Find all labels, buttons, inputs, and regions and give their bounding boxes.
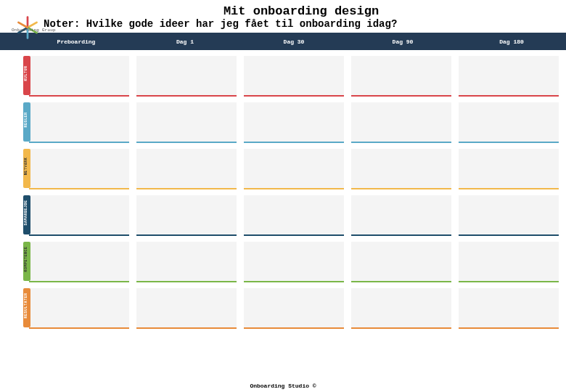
brand-text: Onboarding Group (12, 28, 56, 33)
matrix-cell[interactable] (244, 195, 344, 236)
matrix-cell[interactable] (29, 102, 129, 143)
matrix-cell[interactable] (244, 102, 344, 143)
matrix-cell[interactable] (244, 242, 344, 282)
day-header: Dag 1 (131, 38, 239, 45)
matrix-cell[interactable] (351, 195, 451, 236)
matrix-cell[interactable] (351, 288, 451, 329)
matrix-cell[interactable] (351, 56, 451, 97)
matrix-cell[interactable] (136, 102, 237, 143)
day-header: Dag 90 (348, 38, 457, 45)
matrix-cell[interactable] (459, 242, 559, 282)
matrix-cell[interactable] (136, 288, 237, 329)
header: Mit onboarding design Noter: Hvilke gode… (0, 0, 566, 33)
row-label: RESULTATER (24, 284, 28, 327)
matrix-cell[interactable] (459, 195, 559, 236)
page-title: Mit onboarding design (44, 4, 559, 18)
matrix-cell[interactable] (29, 149, 129, 189)
matrix-row: SAMARBEJDE (22, 189, 566, 236)
matrix-grid: KULTUR REGLER NETVÆRK SAMARBEJDE KOMPETE… (0, 50, 566, 329)
footer-text: Onboarding Studio © (0, 383, 566, 389)
matrix-row: NETVÆRK (22, 143, 566, 189)
matrix-cell[interactable] (244, 288, 344, 329)
matrix-row: KULTUR (22, 50, 566, 97)
day-header-row: Preboarding Dag 1 Dag 30 Dag 90 Dag 180 (0, 33, 566, 50)
matrix-cell[interactable] (459, 288, 559, 329)
row-label: KOMPETENCE (24, 237, 28, 281)
matrix-cell[interactable] (29, 195, 129, 236)
row-label: REGLER (24, 98, 28, 142)
matrix-cell[interactable] (351, 149, 451, 189)
day-header: Dag 30 (239, 38, 348, 45)
matrix-cell[interactable] (29, 288, 129, 329)
matrix-cell[interactable] (136, 149, 237, 189)
matrix-row: RESULTATER (22, 282, 566, 329)
matrix-cell[interactable] (459, 102, 559, 143)
matrix-cell[interactable] (459, 149, 559, 189)
matrix-cell[interactable] (244, 149, 344, 189)
matrix-cell[interactable] (29, 56, 129, 97)
matrix-cell[interactable] (351, 102, 451, 143)
row-label: KULTUR (24, 52, 28, 95)
day-header: Dag 180 (457, 38, 566, 45)
svg-line-5 (18, 23, 28, 28)
matrix-cell[interactable] (351, 242, 451, 282)
matrix-cell[interactable] (136, 195, 237, 236)
row-label: SAMARBEJDE (24, 191, 28, 234)
matrix-row: KOMPETENCE (22, 236, 566, 282)
matrix-cell[interactable] (244, 56, 344, 97)
matrix-cell[interactable] (29, 242, 129, 282)
page-subtitle: Noter: Hvilke gode ideer har jeg fået ti… (44, 18, 559, 30)
row-label: NETVÆRK (24, 144, 28, 188)
svg-line-1 (28, 23, 37, 28)
matrix-cell[interactable] (136, 56, 237, 97)
matrix-cell[interactable] (459, 56, 559, 97)
matrix-row: REGLER (22, 97, 566, 143)
matrix-cell[interactable] (136, 242, 237, 282)
